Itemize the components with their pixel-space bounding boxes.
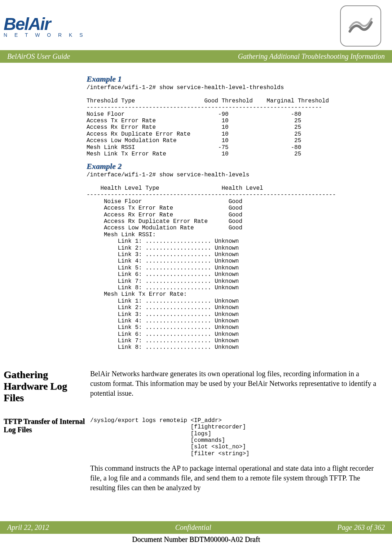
gathering-section: Gathering Hardware Log Files BelAir Netw… <box>0 369 392 406</box>
footer-page: Page 263 of 362 <box>337 523 385 532</box>
tftp-section: TFTP Transfer of Internal Log Files /sys… <box>0 417 392 498</box>
document-number: Document Number BDTM00000-A02 Draft <box>0 534 392 545</box>
banner-left: BelAirOS User Guide <box>7 52 70 61</box>
example2-heading: Example 2 <box>87 162 381 171</box>
footer: April 22, 2012 Confidential Page 263 of … <box>0 507 392 545</box>
belair-logo: BelAir N E T W O R K S <box>4 14 86 38</box>
footer-bar: April 22, 2012 Confidential Page 263 of … <box>0 521 392 534</box>
corner-logo-icon <box>340 5 381 47</box>
page: BelAir N E T W O R K S BelAirOS User Gui… <box>0 0 392 545</box>
banner-right: Gathering Additional Troubleshooting Inf… <box>238 52 385 61</box>
logo-brand: BelAir <box>4 14 86 34</box>
example1-heading: Example 1 <box>87 74 381 84</box>
left-margin <box>4 70 87 351</box>
tftp-command: /syslog/export logs remoteip <IP_addr> [… <box>90 417 381 457</box>
gathering-heading: Gathering Hardware Log Files <box>4 369 87 404</box>
content-area: Example 1 /interface/wifi-1-2# show serv… <box>0 63 392 358</box>
footer-date: April 22, 2012 <box>7 523 49 532</box>
example1-output: /interface/wifi-1-2# show service-health… <box>87 84 381 157</box>
wave-icon <box>348 13 373 39</box>
title-banner: BelAirOS User Guide Gathering Additional… <box>0 50 392 63</box>
tftp-heading: TFTP Transfer of Internal Log Files <box>4 417 87 434</box>
example2-output: /interface/wifi-1-2# show service-health… <box>87 172 381 351</box>
tftp-text: This command instructs the AP to package… <box>90 463 381 493</box>
logo-subtitle: N E T W O R K S <box>4 32 86 38</box>
footer-confidential: Confidential <box>175 523 211 532</box>
right-content: Example 1 /interface/wifi-1-2# show serv… <box>87 70 381 351</box>
header: BelAir N E T W O R K S <box>0 0 392 50</box>
gathering-text: BelAir Networks hardware generates its o… <box>90 369 381 398</box>
